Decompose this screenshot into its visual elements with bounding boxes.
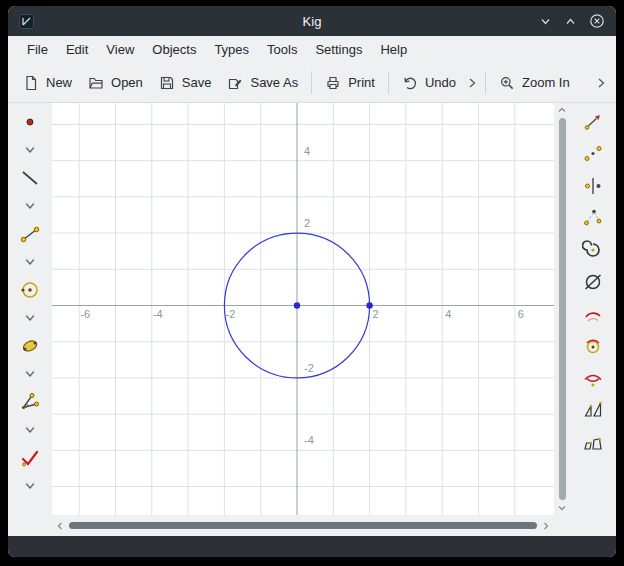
- point-reflection-tool-icon: [582, 143, 604, 165]
- chevron-down-icon: [24, 200, 36, 212]
- menu-objects[interactable]: Objects: [143, 38, 205, 61]
- menu-tools[interactable]: Tools: [258, 38, 306, 61]
- svg-text:6: 6: [518, 308, 524, 320]
- svg-text:-2: -2: [226, 308, 236, 320]
- rotate-tool-button[interactable]: [580, 206, 606, 230]
- new-button[interactable]: New: [15, 69, 80, 97]
- new-button-label: New: [46, 75, 72, 90]
- window-title: Kig: [8, 14, 616, 29]
- scroll-up-button[interactable]: [556, 105, 568, 115]
- svg-text:-2: -2: [304, 362, 314, 374]
- point-reflection-tool-button[interactable]: [580, 142, 606, 166]
- app-window: Kig File Edit View Objects Types Tools S…: [8, 6, 616, 557]
- geometry-canvas[interactable]: -6-4-224642-2-4: [52, 103, 554, 515]
- horizontal-scrollbar[interactable]: [52, 515, 554, 536]
- line-tool-button[interactable]: [17, 166, 43, 190]
- menubar: File Edit View Objects Types Tools Setti…: [8, 36, 616, 63]
- similarity-tool-button[interactable]: [580, 430, 606, 454]
- chevron-right-icon: [596, 76, 606, 90]
- chevron-left-icon: [56, 521, 64, 531]
- invert-circle-tool-icon: [582, 335, 604, 357]
- print-button[interactable]: Print: [317, 69, 383, 97]
- vertical-scrollbar[interactable]: [554, 103, 570, 515]
- open-folder-icon: [88, 75, 104, 91]
- test-tool-button[interactable]: [17, 446, 43, 470]
- chevron-down-icon: [24, 144, 36, 156]
- chevron-up-icon: [564, 15, 577, 28]
- projective-rotation-tool-icon: [582, 239, 604, 261]
- segment-tool-button[interactable]: [17, 222, 43, 246]
- axis-reflection-tool-button[interactable]: [580, 174, 606, 198]
- left-toolbar: [8, 103, 52, 536]
- svg-text:-4: -4: [153, 308, 163, 320]
- scroll-left-button[interactable]: [55, 520, 65, 532]
- save-icon: [159, 75, 175, 91]
- menu-types[interactable]: Types: [205, 38, 258, 61]
- test-tool-expander[interactable]: [17, 479, 43, 493]
- undo-button[interactable]: Undo: [394, 69, 464, 97]
- similarity-tool-icon: [582, 431, 604, 453]
- translate-tool-button[interactable]: [580, 110, 606, 134]
- svg-text:4: 4: [304, 145, 310, 157]
- chevron-down-icon: [24, 368, 36, 380]
- print-button-label: Print: [348, 75, 375, 90]
- invert-line-tool-icon: [582, 367, 604, 389]
- line-tool-expander[interactable]: [17, 199, 43, 213]
- zoom-in-button-label: Zoom In: [522, 75, 570, 90]
- new-document-icon: [23, 75, 39, 91]
- zoom-in-button[interactable]: Zoom In: [491, 69, 578, 97]
- close-button[interactable]: [589, 13, 605, 29]
- minimize-button[interactable]: [539, 15, 552, 28]
- rotate-tool-icon: [582, 207, 604, 229]
- vertical-scrollbar-thumb[interactable]: [559, 118, 566, 500]
- invert-arc-tool-button[interactable]: [580, 302, 606, 326]
- save-button-label: Save: [182, 75, 212, 90]
- angle-tool-expander[interactable]: [17, 423, 43, 437]
- scroll-right-button[interactable]: [541, 520, 551, 532]
- menu-help[interactable]: Help: [371, 38, 416, 61]
- chevron-down-icon: [24, 424, 36, 436]
- toolbar-separator: [311, 71, 312, 94]
- print-icon: [325, 75, 341, 91]
- kig-app-icon: [19, 14, 34, 29]
- point-tool-expander[interactable]: [17, 143, 43, 157]
- menu-edit[interactable]: Edit: [57, 38, 97, 61]
- angle-tool-button[interactable]: [17, 390, 43, 414]
- circle-tool-button[interactable]: [17, 278, 43, 302]
- menu-file[interactable]: File: [18, 38, 57, 61]
- conic-tool-expander[interactable]: [17, 367, 43, 381]
- scale-tool-button[interactable]: [580, 398, 606, 422]
- scroll-down-button[interactable]: [556, 503, 568, 513]
- projective-rotation-tool-button[interactable]: [580, 238, 606, 262]
- toolbar-separator: [388, 71, 389, 94]
- point-tool-button[interactable]: [17, 110, 43, 134]
- circular-inversion-tool-button[interactable]: [580, 270, 606, 294]
- undo-expand-button[interactable]: [464, 72, 480, 94]
- invert-line-tool-button[interactable]: [580, 366, 606, 390]
- svg-text:-6: -6: [80, 308, 90, 320]
- menu-view[interactable]: View: [97, 38, 143, 61]
- canvas-area: -6-4-224642-2-4: [52, 103, 570, 536]
- open-button-label: Open: [111, 75, 143, 90]
- save-as-button[interactable]: Save As: [219, 69, 306, 97]
- invert-circle-tool-button[interactable]: [580, 334, 606, 358]
- toolbar-overflow-button[interactable]: [593, 72, 609, 94]
- svg-text:2: 2: [373, 308, 379, 320]
- menu-settings[interactable]: Settings: [306, 38, 371, 61]
- horizontal-scrollbar-row: [52, 515, 570, 536]
- horizontal-scrollbar-thumb[interactable]: [69, 522, 537, 529]
- chevron-down-icon: [539, 15, 552, 28]
- maximize-button[interactable]: [564, 15, 577, 28]
- open-button[interactable]: Open: [80, 69, 151, 97]
- right-toolbar: [570, 103, 616, 536]
- chevron-right-icon: [467, 76, 477, 90]
- invert-arc-tool-icon: [582, 303, 604, 325]
- angle-tool-icon: [19, 391, 41, 413]
- translate-tool-icon: [582, 111, 604, 133]
- undo-button-label: Undo: [425, 75, 456, 90]
- segment-tool-expander[interactable]: [17, 255, 43, 269]
- circle-tool-expander[interactable]: [17, 311, 43, 325]
- conic-tool-button[interactable]: [17, 334, 43, 358]
- save-button[interactable]: Save: [151, 69, 220, 97]
- line-tool-icon: [19, 167, 41, 189]
